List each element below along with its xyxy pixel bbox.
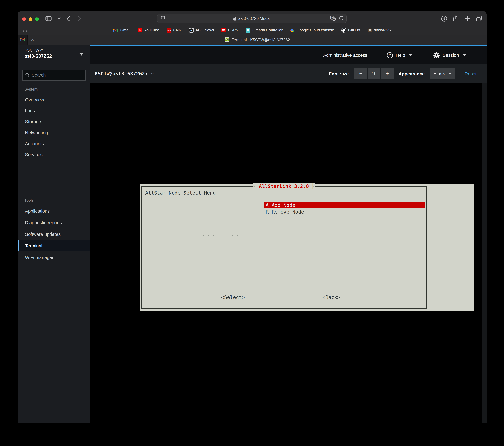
bookmark-omada[interactable]: Omada Controller bbox=[246, 28, 283, 33]
youtube-icon bbox=[138, 28, 143, 33]
masthead: Administrative access ? Help bbox=[90, 46, 486, 64]
address-bar[interactable]: asl3-637262.local A文 bbox=[157, 14, 347, 23]
font-size-stepper: − 16 + bbox=[354, 68, 394, 79]
sidebar-search[interactable] bbox=[22, 70, 86, 81]
window-close-button[interactable] bbox=[22, 18, 26, 21]
safari-window: asl3-637262.local A文 bbox=[18, 11, 486, 439]
cockpit-sidebar: K5CTW@ asl3-637262 System Overview Logs bbox=[18, 45, 90, 423]
browser-toolbar: asl3-637262.local A文 bbox=[18, 11, 486, 26]
help-icon: ? bbox=[387, 52, 393, 58]
search-input[interactable] bbox=[32, 72, 83, 77]
back-button[interactable]: <Back> bbox=[323, 294, 340, 300]
masthead-accent-bar bbox=[90, 45, 486, 46]
dialog-title: ┤ AllStarLink 3.2.0 ├ bbox=[253, 183, 315, 189]
downloads-icon[interactable] bbox=[441, 11, 448, 26]
sidebar-toggle-icon[interactable] bbox=[45, 11, 53, 26]
chevron-down-icon bbox=[449, 72, 451, 74]
showrss-icon bbox=[367, 28, 372, 33]
tab-bar: ✕ Terminal - K5CTW@asl3-637262 bbox=[18, 35, 486, 45]
bookmark-cnn[interactable]: CNN CNN bbox=[167, 28, 181, 33]
reset-button[interactable]: Reset bbox=[460, 68, 481, 79]
omada-icon bbox=[246, 28, 251, 33]
share-icon[interactable] bbox=[452, 11, 459, 26]
bookmark-showrss[interactable]: showRSS bbox=[367, 28, 391, 33]
pinned-tab-gmail[interactable] bbox=[18, 35, 28, 45]
svg-text:文: 文 bbox=[333, 18, 335, 20]
sidebar-item-diagnostic-reports[interactable]: Diagnostic reports bbox=[18, 217, 90, 228]
terminal-scrollbar[interactable] bbox=[482, 83, 486, 423]
section-label-tools: Tools bbox=[18, 198, 90, 202]
search-icon bbox=[25, 73, 30, 77]
reload-icon[interactable] bbox=[339, 16, 344, 21]
terminal-screen[interactable]: ┤ AllStarLink 3.2.0 ├ AllStar Node Selec… bbox=[90, 83, 486, 423]
espn-icon bbox=[221, 28, 226, 33]
help-menu[interactable]: ? Help bbox=[387, 46, 412, 64]
sidebar-item-applications[interactable]: Applications bbox=[18, 205, 90, 217]
apps-grid-icon[interactable] bbox=[23, 28, 27, 32]
back-icon[interactable] bbox=[65, 11, 72, 26]
sidebar-item-networking[interactable]: Networking bbox=[18, 127, 90, 138]
bookmark-google-cloud[interactable]: Google Cloud console bbox=[290, 28, 334, 33]
tab-overview-icon[interactable] bbox=[475, 11, 483, 26]
cnn-icon: CNN bbox=[167, 28, 171, 33]
browser-viewport: K5CTW@ asl3-637262 System Overview Logs bbox=[18, 45, 486, 439]
active-tab[interactable]: ✕ Terminal - K5CTW@asl3-637262 bbox=[28, 35, 486, 45]
sidebar-item-terminal[interactable]: Terminal bbox=[18, 240, 90, 251]
tab-title: Terminal - K5CTW@asl3-637262 bbox=[232, 37, 290, 42]
sidebar-item-accounts[interactable]: Accounts bbox=[18, 138, 90, 149]
font-size-decrease-button[interactable]: − bbox=[354, 68, 367, 79]
chevron-down-icon bbox=[409, 54, 412, 56]
appearance-select[interactable]: Black bbox=[430, 68, 455, 79]
tab-close-icon[interactable]: ✕ bbox=[31, 35, 34, 45]
bookmark-youtube[interactable]: YouTube bbox=[138, 28, 159, 33]
bookmarks-bar: Gmail YouTube CNN CNN abc ABC News bbox=[18, 26, 486, 35]
page-settings-icon[interactable] bbox=[161, 16, 165, 22]
sidebar-item-storage[interactable]: Storage bbox=[18, 116, 90, 127]
allstarlink-favicon bbox=[224, 37, 229, 42]
sidebar-item-wifi-manager[interactable]: WiFi manager bbox=[18, 251, 90, 263]
admin-access-button[interactable]: Administrative access bbox=[323, 46, 367, 64]
url-text: asl3-637262.local bbox=[238, 16, 270, 21]
bookmark-github[interactable]: GitHub bbox=[342, 28, 360, 33]
host-switcher[interactable]: K5CTW@ asl3-637262 bbox=[18, 45, 90, 64]
appearance-label: Appearance bbox=[398, 64, 425, 83]
cockpit-app: K5CTW@ asl3-637262 System Overview Logs bbox=[18, 45, 486, 423]
menu-item-remove-node[interactable]: R Remove Node bbox=[266, 209, 304, 215]
sidebar-item-overview[interactable]: Overview bbox=[18, 94, 90, 105]
tls-lock-icon bbox=[233, 16, 236, 21]
font-size-increase-button[interactable]: + bbox=[381, 68, 394, 79]
gear-icon bbox=[433, 52, 440, 58]
terminal-path: K5CTW@asl3-637262: ~ bbox=[95, 64, 154, 83]
session-menu[interactable]: Session bbox=[433, 46, 466, 64]
dialog-box: ┤ AllStarLink 3.2.0 ├ AllStar Node Selec… bbox=[141, 186, 427, 309]
forward-icon[interactable] bbox=[76, 11, 82, 26]
select-button[interactable]: <Select> bbox=[221, 294, 245, 300]
translate-icon[interactable]: A文 bbox=[330, 16, 336, 21]
window-minimize-button[interactable] bbox=[29, 18, 32, 21]
host-switcher-caret-icon bbox=[79, 53, 84, 55]
bookmark-abc-news[interactable]: abc ABC News bbox=[189, 28, 214, 33]
chevron-down-icon bbox=[463, 54, 466, 56]
sidebar-item-logs[interactable]: Logs bbox=[18, 105, 90, 116]
github-icon bbox=[342, 28, 346, 33]
host-user: K5CTW@ bbox=[24, 48, 90, 53]
window-zoom-button[interactable] bbox=[35, 18, 39, 21]
cockpit-main: Administrative access ? Help bbox=[90, 45, 486, 423]
abc-news-icon: abc bbox=[189, 28, 194, 33]
new-tab-icon[interactable] bbox=[464, 11, 471, 26]
font-size-value: 16 bbox=[368, 68, 380, 79]
whiptail-dialog: ┤ AllStarLink 3.2.0 ├ AllStar Node Selec… bbox=[140, 184, 474, 311]
gmail-icon bbox=[113, 28, 118, 33]
bookmark-gmail[interactable]: Gmail bbox=[113, 28, 130, 33]
chevron-down-icon[interactable] bbox=[57, 11, 62, 26]
gmail-icon bbox=[20, 38, 25, 41]
sidebar-item-software-updates[interactable]: Software updates bbox=[18, 228, 90, 240]
desktop: asl3-637262.local A文 bbox=[0, 0, 504, 446]
font-size-label: Font size bbox=[329, 64, 349, 83]
terminal-toolbar: K5CTW@asl3-637262: ~ Font size − 16 + Ap… bbox=[90, 64, 486, 83]
menu-item-add-node[interactable]: A Add Node bbox=[264, 202, 425, 208]
bookmark-espn[interactable]: ESPN bbox=[221, 28, 238, 33]
sidebar-item-services[interactable]: Services bbox=[18, 149, 90, 160]
google-cloud-icon bbox=[290, 28, 295, 33]
section-label-system: System bbox=[18, 87, 90, 91]
